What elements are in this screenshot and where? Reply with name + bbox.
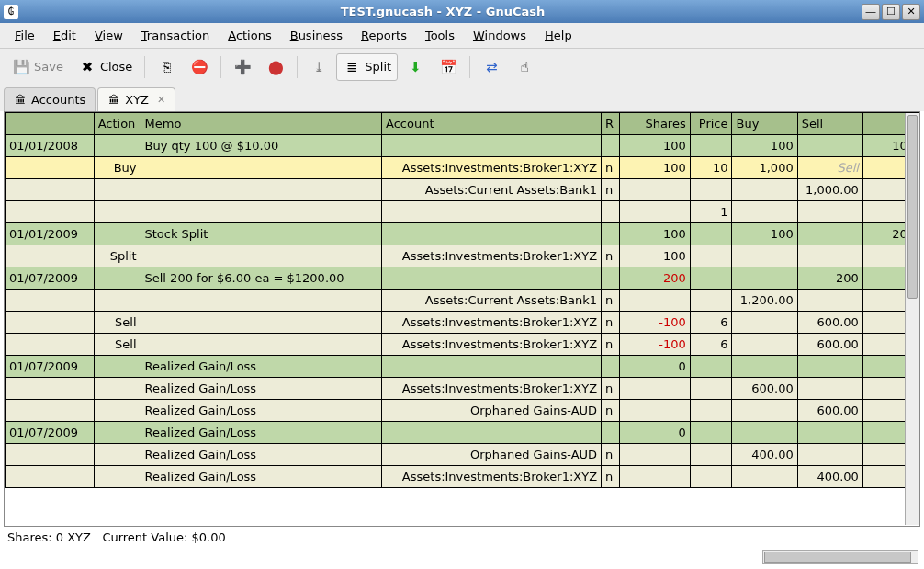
menu-transaction[interactable]: Transaction bbox=[132, 25, 219, 46]
close-window-button[interactable]: ✕ bbox=[902, 4, 920, 20]
col-sell[interactable]: Sell bbox=[797, 113, 862, 135]
separator bbox=[144, 56, 145, 78]
scrollbar-thumb[interactable] bbox=[764, 552, 911, 563]
status-bar: Shares: 0 XYZ Current Value: $0.00 bbox=[0, 527, 924, 548]
transaction-row[interactable]: 01/07/2009Realized Gain/Loss00 bbox=[6, 356, 919, 378]
duplicate-button[interactable]: ⎘ bbox=[151, 53, 182, 81]
title-bar: ₲ TEST.gnucash - XYZ - GnuCash ― ☐ ✕ bbox=[0, 0, 924, 23]
split-row[interactable]: Realized Gain/LossOrphaned Gains-AUDn600… bbox=[6, 400, 919, 422]
calendar-icon: 📅 bbox=[439, 58, 457, 76]
menu-windows[interactable]: Windows bbox=[464, 25, 535, 46]
vertical-scrollbar[interactable] bbox=[905, 113, 919, 525]
split-row[interactable]: Realized Gain/LossAssets:Investments:Bro… bbox=[6, 378, 919, 400]
status-value: Current Value: $0.00 bbox=[102, 530, 225, 544]
blank-button[interactable]: ⤓ bbox=[303, 53, 334, 81]
separator bbox=[297, 56, 298, 78]
tab-accounts[interactable]: 🏛Accounts bbox=[4, 87, 96, 111]
menu-business[interactable]: Business bbox=[281, 25, 352, 46]
scrollbar-thumb[interactable] bbox=[907, 115, 918, 299]
split-row[interactable]: SellAssets:Investments:Broker1:XYZn-1006… bbox=[6, 312, 919, 334]
menu-view[interactable]: View bbox=[85, 25, 132, 46]
down-icon: ⤓ bbox=[310, 58, 328, 76]
plus-icon: ➕ bbox=[233, 58, 252, 76]
transaction-row[interactable]: 01/07/2009Realized Gain/Loss00 bbox=[6, 422, 919, 444]
horizontal-scrollbar[interactable] bbox=[762, 550, 918, 564]
reconcile-button[interactable]: ☝ bbox=[509, 53, 540, 81]
close-tab-icon[interactable]: ✕ bbox=[157, 94, 165, 106]
bank-icon: 🏛 bbox=[14, 94, 27, 107]
duplicate-icon: ⎘ bbox=[157, 58, 175, 76]
delete-icon: ⛔ bbox=[190, 58, 208, 76]
menu-edit[interactable]: Edit bbox=[44, 25, 85, 46]
toolbar: 💾Save ✖Close ⎘ ⛔ ➕ ⬤ ⤓ ≣Split ⬇ 📅 ⇄ ☝ bbox=[0, 49, 924, 85]
app-icon: ₲ bbox=[4, 5, 18, 19]
tab-bar: 🏛Accounts 🏛XYZ✕ bbox=[0, 85, 924, 111]
schedule-button[interactable]: 📅 bbox=[433, 53, 464, 81]
separator bbox=[220, 56, 221, 78]
transfer-icon: ⇄ bbox=[482, 58, 501, 76]
split-icon: ≣ bbox=[343, 58, 361, 76]
split-row[interactable]: Realized Gain/LossOrphaned Gains-AUDn400… bbox=[6, 444, 919, 466]
bank-icon: 🏛 bbox=[107, 94, 120, 107]
col-memo[interactable]: Memo bbox=[141, 113, 381, 135]
col-action[interactable]: Action bbox=[94, 113, 141, 135]
status-shares: Shares: 0 XYZ bbox=[7, 530, 91, 544]
record-icon: ⬤ bbox=[266, 58, 285, 76]
enter-button[interactable]: ➕ bbox=[227, 53, 258, 81]
menu-actions[interactable]: Actions bbox=[219, 25, 281, 46]
window-title: TEST.gnucash - XYZ - GnuCash bbox=[24, 5, 862, 18]
col-r[interactable]: R bbox=[602, 113, 620, 135]
col-price[interactable]: Price bbox=[690, 113, 732, 135]
split-row[interactable]: SellAssets:Investments:Broker1:XYZn-1006… bbox=[6, 334, 919, 356]
maximize-button[interactable]: ☐ bbox=[882, 4, 900, 20]
split-row[interactable]: Assets:Current Assets:Bank1n1,200.00 bbox=[6, 290, 919, 312]
hand-icon: ☝ bbox=[515, 58, 534, 76]
menu-tools[interactable]: Tools bbox=[416, 25, 464, 46]
save-button[interactable]: 💾Save bbox=[6, 53, 70, 81]
menu-help[interactable]: Help bbox=[535, 25, 581, 46]
split-row[interactable]: 1 bbox=[6, 201, 919, 223]
jump-icon: ⬇ bbox=[406, 58, 424, 76]
split-row[interactable]: SplitAssets:Investments:Broker1:XYZn100 bbox=[6, 245, 919, 267]
menu-reports[interactable]: Reports bbox=[352, 25, 416, 46]
menu-file[interactable]: File bbox=[6, 25, 44, 46]
col-date[interactable] bbox=[6, 113, 95, 135]
hscroll-area bbox=[0, 548, 924, 568]
register: Action Memo Account R Shares Price Buy S… bbox=[4, 111, 920, 527]
save-icon: 💾 bbox=[12, 58, 30, 76]
col-buy[interactable]: Buy bbox=[732, 113, 797, 135]
tab-xyz[interactable]: 🏛XYZ✕ bbox=[97, 87, 175, 111]
header-row: Action Memo Account R Shares Price Buy S… bbox=[6, 113, 919, 135]
transaction-row[interactable]: 01/01/2009Stock Split100100200 bbox=[6, 223, 919, 245]
col-shares[interactable]: Shares bbox=[620, 113, 690, 135]
split-row[interactable]: BuyAssets:Investments:Broker1:XYZn100101… bbox=[6, 157, 919, 179]
cancel-button[interactable]: ⬤ bbox=[260, 53, 291, 81]
minimize-button[interactable]: ― bbox=[862, 4, 880, 20]
register-table[interactable]: Action Memo Account R Shares Price Buy S… bbox=[5, 112, 919, 488]
jump-button[interactable]: ⬇ bbox=[400, 53, 431, 81]
delete-button[interactable]: ⛔ bbox=[184, 53, 215, 81]
split-row[interactable]: Realized Gain/LossAssets:Investments:Bro… bbox=[6, 466, 919, 488]
split-button[interactable]: ≣Split bbox=[336, 53, 398, 81]
close-icon: ✖ bbox=[78, 58, 96, 76]
transaction-row[interactable]: 01/07/2009Sell 200 for $6.00 ea = $1200.… bbox=[6, 267, 919, 290]
separator bbox=[469, 56, 470, 78]
transfer-button[interactable]: ⇄ bbox=[476, 53, 507, 81]
split-row[interactable]: Assets:Current Assets:Bank1n1,000.00 bbox=[6, 179, 919, 201]
close-button[interactable]: ✖Close bbox=[72, 53, 139, 81]
menu-bar: File Edit View Transaction Actions Busin… bbox=[0, 23, 924, 49]
col-account[interactable]: Account bbox=[381, 113, 601, 135]
transaction-row[interactable]: 01/01/2008Buy qty 100 @ $10.00100100100 bbox=[6, 135, 919, 157]
